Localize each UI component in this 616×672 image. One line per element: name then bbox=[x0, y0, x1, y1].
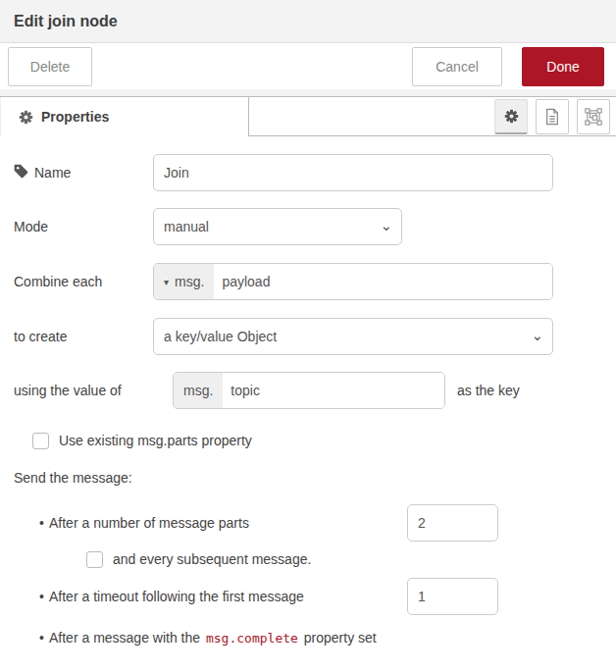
name-label: Name bbox=[14, 164, 153, 181]
combine-msg-prefix-button[interactable]: ▾ msg. bbox=[154, 264, 214, 299]
node-description-button[interactable] bbox=[536, 99, 569, 134]
mode-label: Mode bbox=[14, 219, 153, 234]
create-row: to create a key/value Object ⌄ bbox=[14, 318, 602, 355]
complete-label-before: After a message with the bbox=[49, 630, 200, 646]
key-row: using the value of msg. as the key bbox=[14, 372, 602, 409]
key-msg-prefix-button[interactable]: msg. bbox=[174, 373, 223, 408]
create-label: to create bbox=[14, 329, 153, 344]
subsequent-row: and every subsequent message. bbox=[86, 549, 602, 569]
name-input[interactable] bbox=[153, 154, 553, 191]
combine-row: Combine each ▾ msg. bbox=[14, 263, 602, 300]
timeout-row: After a timeout following the first mess… bbox=[14, 577, 602, 616]
key-typed-input: msg. bbox=[173, 372, 445, 409]
tag-icon bbox=[14, 164, 28, 181]
node-appearance-button[interactable] bbox=[577, 99, 610, 134]
gear-icon bbox=[504, 109, 519, 124]
mode-select[interactable]: manual bbox=[153, 208, 402, 245]
combine-prefix-label: msg. bbox=[175, 274, 204, 289]
subsequent-checkbox[interactable] bbox=[86, 551, 103, 568]
mode-label-text: Mode bbox=[14, 219, 48, 234]
subsequent-label: and every subsequent message. bbox=[113, 551, 311, 567]
tab-button-group bbox=[494, 97, 610, 135]
key-property-input[interactable] bbox=[223, 373, 444, 408]
use-parts-row: Use existing msg.parts property bbox=[32, 429, 602, 452]
count-input[interactable] bbox=[407, 504, 498, 542]
key-label-after: as the key bbox=[457, 383, 520, 398]
count-row-label: After a number of message parts bbox=[49, 515, 249, 531]
tab-strip bbox=[0, 89, 616, 97]
use-parts-checkbox[interactable] bbox=[32, 433, 49, 449]
create-select[interactable]: a key/value Object bbox=[153, 318, 553, 355]
properties-gear-icon bbox=[19, 110, 33, 125]
dialog-title: Edit join node bbox=[14, 13, 118, 30]
dialog-header: Edit join node bbox=[0, 0, 616, 43]
dialog-toolbar: Delete Cancel Done bbox=[0, 43, 616, 89]
tab-properties-label: Properties bbox=[41, 109, 109, 125]
combine-property-input[interactable] bbox=[214, 264, 552, 299]
key-prefix-label: msg. bbox=[183, 383, 213, 398]
use-parts-label: Use existing msg.parts property bbox=[59, 433, 252, 448]
timeout-input[interactable] bbox=[407, 578, 498, 615]
create-select-wrap: a key/value Object ⌄ bbox=[153, 318, 553, 355]
combine-typed-input: ▾ msg. bbox=[153, 263, 553, 300]
properties-form: Name Mode manual ⌄ Combine each ▾ msg. bbox=[0, 136, 616, 647]
mode-row: Mode manual ⌄ bbox=[14, 208, 602, 245]
count-row: After a number of message parts bbox=[14, 503, 602, 543]
combine-label-text: Combine each bbox=[14, 274, 102, 289]
combine-label: Combine each bbox=[14, 274, 153, 289]
send-section-label: Send the message: bbox=[14, 470, 602, 486]
complete-code: msg.complete bbox=[204, 631, 300, 646]
node-properties-button[interactable] bbox=[494, 99, 528, 134]
group-selection-icon bbox=[585, 108, 602, 126]
create-label-text: to create bbox=[14, 329, 67, 344]
timeout-row-label: After a timeout following the first mess… bbox=[49, 589, 304, 604]
complete-row: After a message with the msg.complete pr… bbox=[14, 628, 602, 647]
delete-button[interactable]: Delete bbox=[8, 47, 92, 86]
tab-bar: Properties bbox=[0, 97, 616, 136]
tab-properties[interactable]: Properties bbox=[0, 97, 249, 136]
mode-select-wrap: manual ⌄ bbox=[153, 208, 402, 245]
caret-down-icon: ▾ bbox=[164, 277, 169, 287]
name-label-text: Name bbox=[34, 165, 71, 181]
cancel-button[interactable]: Cancel bbox=[412, 47, 502, 86]
done-button[interactable]: Done bbox=[522, 47, 604, 86]
document-icon bbox=[544, 108, 560, 126]
name-row: Name bbox=[14, 154, 602, 191]
complete-label-after: property set bbox=[304, 630, 377, 646]
key-label-before: using the value of bbox=[14, 383, 173, 398]
